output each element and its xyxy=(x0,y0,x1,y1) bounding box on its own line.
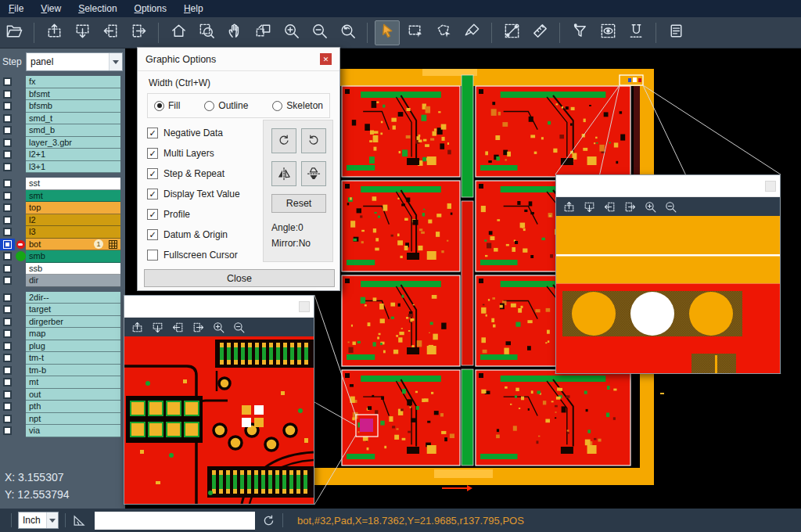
zoom-in-button[interactable] xyxy=(212,321,225,334)
layer-name[interactable]: l2+1 xyxy=(26,149,120,161)
layer-visibility-checkbox[interactable] xyxy=(0,161,15,174)
checkbox-step-repeat[interactable]: ✓Step & Repeat xyxy=(147,164,240,184)
previous-view-button[interactable] xyxy=(335,20,360,45)
layer-visibility-checkbox[interactable] xyxy=(0,365,15,377)
layer-row[interactable]: smt xyxy=(0,190,125,203)
layer-visibility-checkbox[interactable] xyxy=(0,76,15,88)
zoom-out-button[interactable] xyxy=(232,321,246,334)
layer-visibility-checkbox[interactable] xyxy=(0,202,15,214)
layer-visibility-checkbox[interactable] xyxy=(0,239,15,251)
zoom-out-button[interactable] xyxy=(307,20,332,45)
layer-visibility-checkbox[interactable] xyxy=(0,178,15,190)
layer-name[interactable]: l3+1 xyxy=(26,161,120,174)
layer-name[interactable]: target xyxy=(26,304,120,316)
layer-name[interactable]: tm-t xyxy=(26,352,120,365)
dialog-titlebar[interactable]: Graphic Options ✕ xyxy=(138,48,339,71)
menu-selection[interactable]: Selection xyxy=(70,2,125,16)
layer-visibility-checkbox[interactable] xyxy=(0,328,15,340)
layer-visibility-checkbox[interactable] xyxy=(0,190,15,203)
reset-button[interactable]: Reset xyxy=(271,194,326,213)
panel-left-button[interactable] xyxy=(98,20,123,45)
checkbox-display-text-value[interactable]: ✓Display Text Value xyxy=(147,184,240,204)
layer-row[interactable]: 2dir-- xyxy=(0,292,125,304)
layer-row[interactable]: plug xyxy=(0,340,125,353)
menu-file[interactable]: File xyxy=(0,2,32,16)
layer-visibility-checkbox[interactable] xyxy=(0,214,15,227)
menu-help[interactable]: Help xyxy=(175,2,212,16)
layer-name[interactable]: smd_b xyxy=(26,124,120,137)
layer-name[interactable]: tm-b xyxy=(26,365,120,377)
close-button[interactable]: Close xyxy=(144,269,335,287)
layer-row[interactable]: mt xyxy=(0,376,125,389)
command-input[interactable] xyxy=(95,512,255,530)
layer-row[interactable]: tm-t xyxy=(0,352,125,365)
open-project-button[interactable] xyxy=(2,20,27,45)
clean-brush-button[interactable] xyxy=(459,20,484,45)
layer-name[interactable]: layer_3.gbr xyxy=(26,137,120,149)
layer-visibility-checkbox[interactable] xyxy=(0,389,15,401)
layer-row[interactable]: smd_t xyxy=(0,113,125,125)
chevron-down-icon[interactable] xyxy=(46,512,58,528)
popup-window-button[interactable] xyxy=(765,181,776,192)
magnified-pcb-view[interactable] xyxy=(556,216,780,373)
layer-row[interactable]: l3+1 xyxy=(0,161,125,174)
layer-row[interactable]: l2+1 xyxy=(0,149,125,161)
layer-name[interactable]: dirgerber xyxy=(26,316,120,329)
layer-name[interactable]: dir xyxy=(26,275,120,287)
mirror-h-button[interactable] xyxy=(271,161,296,186)
panel-left-button[interactable] xyxy=(603,200,616,214)
layer-visibility-checkbox[interactable] xyxy=(0,149,15,161)
layer-name[interactable]: l3 xyxy=(26,226,120,239)
layer-name[interactable]: mt xyxy=(26,376,120,389)
layer-visibility-checkbox[interactable] xyxy=(0,113,15,125)
layer-row[interactable]: dir xyxy=(0,275,125,287)
layer-name[interactable]: plug xyxy=(26,340,120,353)
layer-visibility-checkbox[interactable] xyxy=(0,316,15,329)
checkbox-multi-layers[interactable]: ✓Multi Layers xyxy=(147,143,240,164)
menu-options[interactable]: Options xyxy=(126,2,175,16)
layer-row[interactable]: map xyxy=(0,328,125,340)
layer-visibility-checkbox[interactable] xyxy=(0,250,15,263)
layer-name[interactable]: smt xyxy=(26,190,120,203)
layer-name[interactable]: npt xyxy=(26,413,120,426)
layer-name[interactable]: bot1 xyxy=(26,239,120,251)
zoom-window-button[interactable] xyxy=(194,20,219,45)
layer-name[interactable]: map xyxy=(26,328,120,340)
layer-visibility-checkbox[interactable] xyxy=(0,304,15,316)
refresh-icon[interactable] xyxy=(261,513,276,528)
radio-skeleton[interactable]: Skeleton xyxy=(272,100,323,111)
display-options-button[interactable] xyxy=(595,20,620,45)
layer-visibility-checkbox[interactable] xyxy=(0,124,15,137)
panel-right-button[interactable] xyxy=(126,20,151,45)
layer-visibility-checkbox[interactable] xyxy=(0,226,15,239)
layer-name[interactable]: pth xyxy=(26,401,120,413)
layer-visibility-checkbox[interactable] xyxy=(0,401,15,413)
layer-visibility-checkbox[interactable] xyxy=(0,340,15,353)
layer-row[interactable]: pth xyxy=(0,401,125,413)
layer-row[interactable]: dirgerber xyxy=(0,316,125,329)
layer-name[interactable]: out xyxy=(26,389,120,401)
layer-visibility-checkbox[interactable] xyxy=(0,352,15,365)
layer-name[interactable]: 2dir-- xyxy=(26,292,120,304)
angle-measure-icon[interactable] xyxy=(72,513,87,528)
mirror-v-button[interactable] xyxy=(301,161,326,186)
zoom-in-button[interactable] xyxy=(278,20,304,45)
layer-visibility-checkbox[interactable] xyxy=(0,100,15,113)
panel-left-button[interactable] xyxy=(171,321,185,334)
layer-name[interactable]: fx xyxy=(26,76,120,88)
unit-select[interactable]: Inch xyxy=(18,512,59,529)
zoom-out-button[interactable] xyxy=(664,200,677,214)
layer-row[interactable]: fx xyxy=(0,76,125,88)
layer-row[interactable]: target xyxy=(0,304,125,316)
home-view-button[interactable] xyxy=(166,20,191,45)
layer-name[interactable]: top xyxy=(26,202,120,214)
measure-ruler-button[interactable] xyxy=(527,20,552,45)
layer-name[interactable]: bfsmb xyxy=(26,100,120,113)
chevron-down-icon[interactable] xyxy=(109,53,122,70)
select-polygon-button[interactable] xyxy=(431,20,456,45)
snap-magnet-button[interactable] xyxy=(623,20,648,45)
layer-visibility-checkbox[interactable] xyxy=(0,425,15,437)
layer-row[interactable]: bfsmb xyxy=(0,100,125,113)
layer-row[interactable]: smb xyxy=(0,250,125,263)
panel-up-button[interactable] xyxy=(41,20,66,45)
